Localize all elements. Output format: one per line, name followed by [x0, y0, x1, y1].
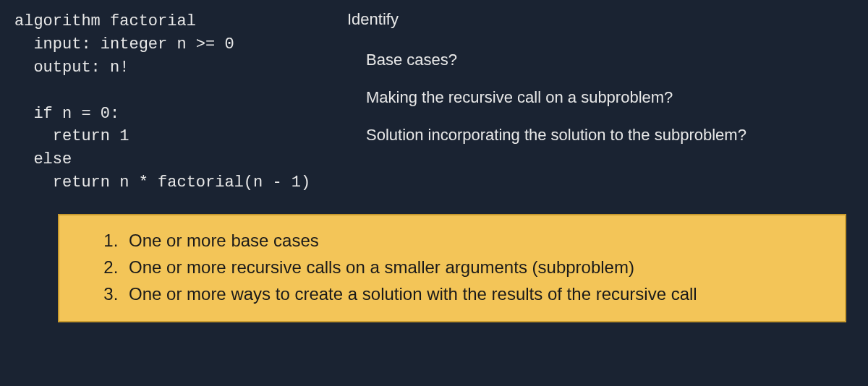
summary-list: One or more base cases One or more recur…	[78, 228, 826, 306]
question-solution: Solution incorporating the solution to t…	[347, 126, 854, 145]
top-section: algorithm factorial input: integer n >= …	[0, 0, 868, 194]
summary-box: One or more base cases One or more recur…	[58, 214, 846, 322]
list-item: One or more base cases	[123, 228, 826, 254]
algorithm-code: algorithm factorial input: integer n >= …	[14, 10, 333, 194]
code-line: algorithm factorial	[14, 12, 196, 30]
code-line: return n * factorial(n - 1)	[14, 173, 310, 192]
code-line: input: integer n >= 0	[14, 35, 234, 53]
identify-title: Identify	[347, 10, 854, 29]
list-item: One or more recursive calls on a smaller…	[123, 255, 826, 280]
code-line: if n = 0:	[14, 105, 119, 123]
list-item: One or more ways to create a solution wi…	[123, 282, 826, 307]
code-line: else	[14, 150, 72, 168]
question-base-cases: Base cases?	[347, 51, 854, 69]
identify-section: Identify Base cases? Making the recursiv…	[333, 10, 854, 194]
question-recursive-call: Making the recursive call on a subproble…	[347, 88, 854, 107]
code-line: return 1	[14, 127, 129, 145]
code-line: output: n!	[14, 59, 129, 77]
